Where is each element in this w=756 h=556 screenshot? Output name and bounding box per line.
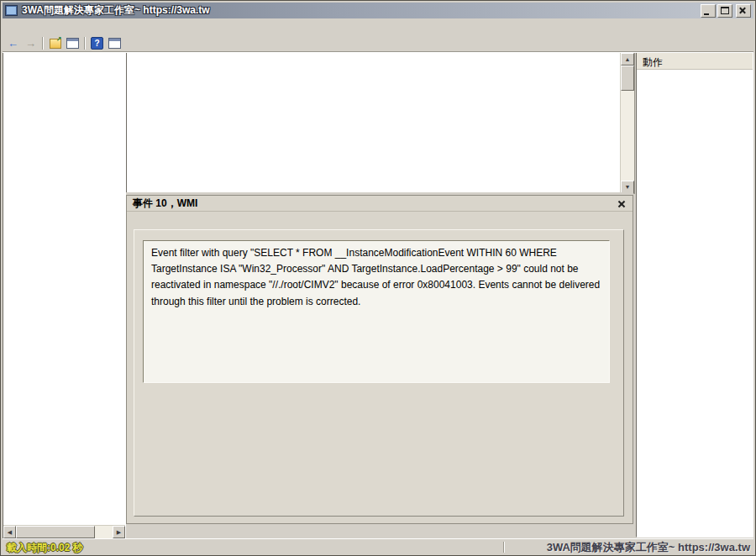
export-icon xyxy=(50,39,61,49)
help-button[interactable] xyxy=(88,36,106,50)
scroll-right-button[interactable] xyxy=(113,526,125,538)
event-detail-title: 事件 10，WMI xyxy=(133,197,197,211)
show-action-pane-button[interactable] xyxy=(106,36,123,50)
watermark-bottom-right: 3WA問題解決專家工作室~ https://3wa.tw xyxy=(547,540,750,555)
forward-button[interactable] xyxy=(22,36,39,50)
action-pane-icon xyxy=(108,38,121,49)
close-button[interactable] xyxy=(736,4,751,18)
status-separator xyxy=(503,542,505,553)
console-tree-panel xyxy=(3,52,126,539)
window-controls xyxy=(699,4,751,18)
console-tree xyxy=(3,55,125,526)
scrollbar-thumb[interactable] xyxy=(621,66,634,91)
close-icon[interactable] xyxy=(616,198,627,209)
actions-panel: 動作 xyxy=(636,52,753,538)
event-detail-header: 事件 10，WMI xyxy=(127,196,633,212)
list-vertical-scrollbar[interactable] xyxy=(620,53,634,193)
export-list-button[interactable] xyxy=(46,36,64,50)
maximize-button[interactable] xyxy=(717,4,732,18)
event-list-body xyxy=(127,66,621,193)
toolbar-separator xyxy=(84,37,86,50)
show-console-tree-button[interactable] xyxy=(64,36,81,50)
tree-horizontal-scrollbar[interactable] xyxy=(3,525,125,538)
window-title: 3WA問題解決專家工作室~ https://3wa.tw xyxy=(22,3,210,18)
app-icon xyxy=(5,5,18,16)
scrollbar-thumb[interactable] xyxy=(16,526,95,538)
window-titlebar: 3WA問題解決專家工作室~ https://3wa.tw xyxy=(3,3,753,18)
event-list-header xyxy=(127,53,621,66)
event-detail-panel: 事件 10，WMI Event filter with query "SELEC… xyxy=(126,195,633,524)
help-icon xyxy=(91,37,103,50)
toolbar-separator xyxy=(42,37,44,50)
event-description[interactable]: Event filter with query "SELECT * FROM _… xyxy=(143,240,610,383)
forward-arrow-icon xyxy=(25,37,36,50)
back-arrow-icon xyxy=(8,37,18,50)
scroll-down-button[interactable] xyxy=(621,181,634,193)
actions-title: 動作 xyxy=(637,53,753,70)
toolbar xyxy=(3,35,753,52)
console-window-icon xyxy=(66,38,79,49)
event-list-panel xyxy=(126,52,635,194)
scroll-left-button[interactable] xyxy=(3,526,16,538)
tab-content: Event filter with query "SELECT * FROM _… xyxy=(134,229,624,517)
minimize-button[interactable] xyxy=(701,4,716,18)
load-time-text: 載入時間:0.02 秒 xyxy=(7,541,83,555)
menubar xyxy=(3,19,753,36)
back-button[interactable] xyxy=(4,36,22,50)
scroll-up-button[interactable] xyxy=(621,53,634,66)
event-fields xyxy=(143,393,610,514)
